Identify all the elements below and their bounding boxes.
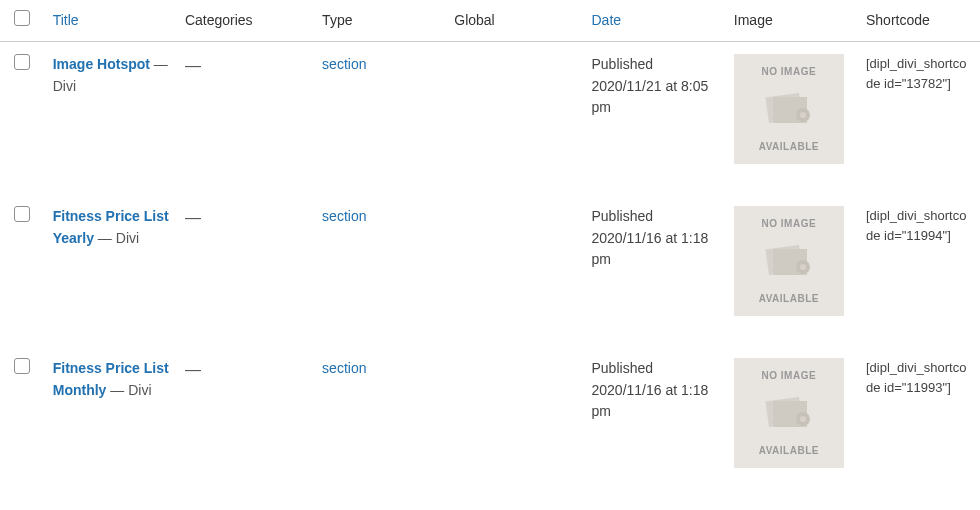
date-status: Published [592,208,654,224]
categories-value: — [185,57,201,74]
date-line: 2020/11/16 at 1:18 pm [592,230,709,268]
post-state: Divi [53,78,76,94]
library-table: Title Categories Type Global Date Image … [0,0,980,498]
placeholder-top-text: NO IMAGE [762,64,817,80]
post-state-sep: — [106,382,128,398]
row-checkbox[interactable] [14,206,30,222]
date-status: Published [592,56,654,72]
svg-point-9 [800,264,806,270]
date-status: Published [592,360,654,376]
header-date[interactable]: Date [584,0,726,42]
svg-point-14 [800,416,806,422]
photos-icon [761,393,817,433]
placeholder-bottom-text: AVAILABLE [759,139,819,155]
table-row: Fitness Price List Yearly — Divi — secti… [0,194,980,346]
row-checkbox[interactable] [14,54,30,70]
post-state-sep: — [150,56,168,72]
svg-point-4 [800,112,806,118]
thumbnail-placeholder: NO IMAGE AVAILABLE [734,206,844,316]
post-state-sep: — [94,230,116,246]
header-global: Global [446,0,583,42]
table-row: Fitness Price List Monthly — Divi — sect… [0,346,980,498]
header-image: Image [726,0,858,42]
post-state: Divi [128,382,151,398]
table-header-row: Title Categories Type Global Date Image … [0,0,980,42]
thumbnail-placeholder: NO IMAGE AVAILABLE [734,358,844,468]
post-state: Divi [116,230,139,246]
header-categories: Categories [177,0,314,42]
categories-value: — [185,361,201,378]
placeholder-top-text: NO IMAGE [762,368,817,384]
select-all-checkbox[interactable] [14,10,30,26]
categories-value: — [185,209,201,226]
shortcode-value: [dipl_divi_shortcode id="11994"] [866,208,966,243]
placeholder-bottom-text: AVAILABLE [759,443,819,459]
header-title[interactable]: Title [45,0,177,42]
header-shortcode: Shortcode [858,0,980,42]
date-line: 2020/11/21 at 8:05 pm [592,78,709,116]
row-title-link[interactable]: Image Hotspot [53,56,150,72]
photos-icon [761,241,817,281]
placeholder-top-text: NO IMAGE [762,216,817,232]
placeholder-bottom-text: AVAILABLE [759,291,819,307]
row-checkbox[interactable] [14,358,30,374]
thumbnail-placeholder: NO IMAGE AVAILABLE [734,54,844,164]
type-link[interactable]: section [322,208,366,224]
shortcode-value: [dipl_divi_shortcode id="13782"] [866,56,966,91]
type-link[interactable]: section [322,56,366,72]
header-type: Type [314,0,446,42]
photos-icon [761,89,817,129]
date-line: 2020/11/16 at 1:18 pm [592,382,709,420]
table-row: Image Hotspot — Divi — section Published… [0,42,980,195]
shortcode-value: [dipl_divi_shortcode id="11993"] [866,360,966,395]
type-link[interactable]: section [322,360,366,376]
header-checkbox-cell [0,0,45,42]
